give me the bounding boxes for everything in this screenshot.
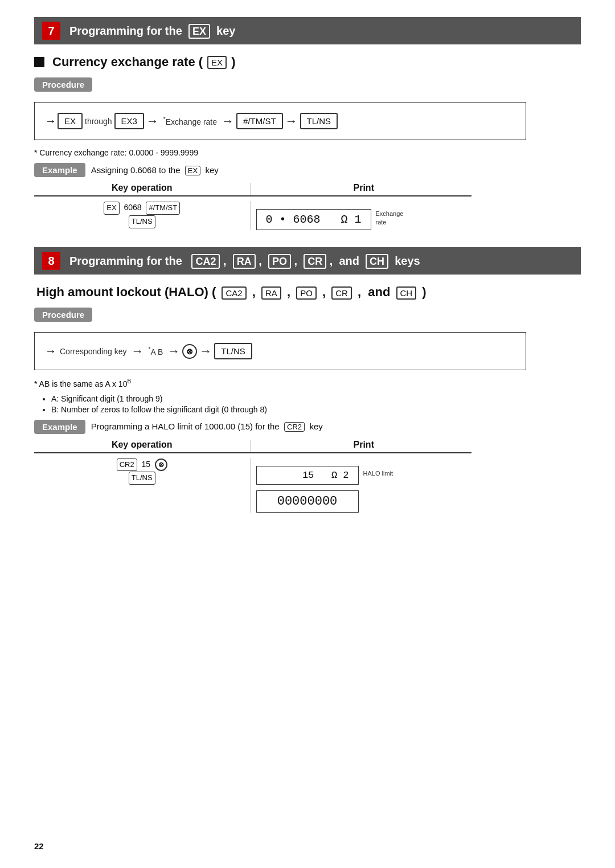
col-header-print-8: Print <box>250 440 472 452</box>
flow-arrow-8-2: → <box>167 344 180 359</box>
subsection-7-title: Currency exchange rate (EX) <box>34 55 581 69</box>
note-8-2: A: Significant digit (1 through 9) <box>51 394 581 403</box>
print-box-8: 15 Ω 2 HALO limit 00000000 <box>256 458 393 513</box>
ca2-key-header: CA2 <box>191 254 220 269</box>
op-line1-7: EX 6068 #/TM/ST <box>34 201 250 215</box>
td-print-8: 15 Ω 2 HALO limit 00000000 <box>250 458 472 513</box>
flow-node-ex: EX <box>58 113 83 129</box>
td-op-8: CR2 15 ⊗ TL/NS <box>34 458 250 485</box>
circle-x-node: ⊗ <box>182 344 197 359</box>
section-8-header: 8 Programming for the CA2 , RA , PO , CR… <box>34 247 581 275</box>
section-8-title: Programming for the CA2 , RA , PO , CR ,… <box>69 255 420 268</box>
table-body-8: CR2 15 ⊗ TL/NS 15 Ω 2 HALO limit 0000000… <box>34 453 472 513</box>
flow-arrow-8-1: → <box>132 344 144 359</box>
op-line1-8: CR2 15 ⊗ <box>34 458 250 472</box>
flow-start-arrow-8: → <box>45 345 56 358</box>
ex-key-example: EX <box>185 166 200 175</box>
po-key-header: PO <box>268 254 291 269</box>
page-number: 22 <box>34 841 44 851</box>
cr2-key-example: CR2 <box>284 422 305 432</box>
example-row-8: Example Programming a HALO limit of 1000… <box>34 420 581 434</box>
example-badge-7: Example <box>34 163 85 177</box>
section-8: 8 Programming for the CA2 , RA , PO , CR… <box>34 247 581 513</box>
note-8-1: * AB is the same as A x 10B <box>34 378 581 388</box>
halo-title: High amount lockout (HALO) ( CA2 , RA , … <box>34 285 581 300</box>
procedure-badge-7: Procedure <box>34 77 581 102</box>
flow-diagram-7: → EX through EX3 → *Exchange rate → #/TM… <box>34 102 526 140</box>
col-header-keyop-8: Key operation <box>34 440 250 452</box>
ch-key-header: CH <box>366 254 388 269</box>
flow-corr-key: Corresponding key <box>60 347 127 356</box>
print-label-line-7: 0 • 6068 Ω 1 Exchangerate <box>256 206 404 230</box>
op-line2-8: TL/NS <box>34 471 250 485</box>
ch-key-sub: CH <box>396 286 417 300</box>
flow-node-tlns-7: TL/NS <box>300 113 338 129</box>
example-text-8: Programming a HALO limit of 1000.00 (15)… <box>91 421 323 432</box>
procedure-label-7: Procedure <box>34 77 92 92</box>
op-line2-7: TL/NS <box>34 215 250 228</box>
print-label-8: HALO limit <box>363 469 393 477</box>
example-text-7: Assigning 0.6068 to the EX key <box>91 165 219 175</box>
flow-diagram-8: → Corresponding key → *A B → ⊗ → TL/NS <box>34 332 526 370</box>
flow-arrow-8-3: → <box>199 344 212 359</box>
procedure-badge-8: Procedure <box>34 308 581 332</box>
example-row-7: Example Assigning 0.6068 to the EX key <box>34 163 581 177</box>
flow-node-tmst: #/TM/ST <box>236 113 283 129</box>
table-header-8: Key operation Print <box>34 440 472 453</box>
ex-op-key: EX <box>104 202 119 215</box>
note-7: * Currency exchange rate: 0.0000 - 9999.… <box>34 148 581 157</box>
flow-arrow-1: → <box>146 114 159 129</box>
print-line1-8: 15 Ω 2 HALO limit <box>256 462 393 485</box>
cr-key-header: CR <box>304 254 326 269</box>
note-list-8: A: Significant digit (1 through 9) B: Nu… <box>51 394 581 414</box>
cr-key-sub: CR <box>331 286 352 300</box>
black-square-icon <box>34 57 44 67</box>
table-header-7: Key operation Print <box>34 183 472 196</box>
print-label-7: Exchangerate <box>376 210 404 226</box>
print-value-8-1: 15 Ω 2 <box>256 466 359 485</box>
tmst-op-key: #/TM/ST <box>146 202 180 215</box>
procedure-label-8: Procedure <box>34 308 92 322</box>
cr2-op-key: CR2 <box>117 458 137 472</box>
flow-through-text: through <box>85 117 112 126</box>
print-value-8-2: 00000000 <box>256 490 359 513</box>
ex-key-label: EX <box>207 56 227 69</box>
print-box-7: 0 • 6068 Ω 1 Exchangerate <box>256 201 404 230</box>
print-value-7: 0 • 6068 Ω 1 <box>256 209 371 230</box>
po-key-sub: PO <box>296 286 317 300</box>
table-body-7: EX 6068 #/TM/ST TL/NS 0 • 6068 Ω 1 Excha… <box>34 196 472 230</box>
flow-arrow-3: → <box>285 114 298 129</box>
note-8-3: B: Number of zeros to follow the signifi… <box>51 405 581 414</box>
col-header-keyop-7: Key operation <box>34 183 250 195</box>
section-7-header: 7 Programming for the EX key <box>34 17 581 44</box>
ra-key-sub: RA <box>261 286 281 300</box>
ra-key-header: RA <box>233 254 256 269</box>
section-8-number: 8 <box>42 252 60 270</box>
flow-ab-text: *A B <box>149 346 163 357</box>
circle-x-op: ⊗ <box>155 458 167 471</box>
section-7-number: 7 <box>42 22 60 40</box>
section-7-title: Programming for the EX key <box>69 24 235 38</box>
example-badge-8: Example <box>34 420 85 434</box>
flow-text-exchange: *Exchange rate <box>163 116 217 126</box>
flow-node-ex3: EX3 <box>114 113 144 129</box>
td-op-7: EX 6068 #/TM/ST TL/NS <box>34 201 250 228</box>
flow-start-arrow-7: → <box>45 114 56 128</box>
col-header-print-7: Print <box>250 183 472 195</box>
flow-arrow-2: → <box>222 114 234 129</box>
section-7-key: EX <box>188 24 210 39</box>
ca2-key-sub: CA2 <box>222 286 246 300</box>
td-print-7: 0 • 6068 Ω 1 Exchangerate <box>250 201 472 230</box>
section-7: 7 Programming for the EX key Currency ex… <box>34 17 581 230</box>
tlns-op-key-8: TL/NS <box>129 472 155 485</box>
flow-node-tlns-8: TL/NS <box>214 343 252 359</box>
tlns-op-key-7: TL/NS <box>129 215 155 228</box>
